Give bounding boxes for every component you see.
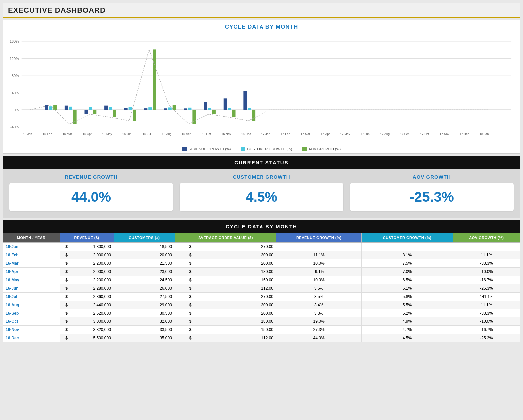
svg-rect-41 [113,110,116,117]
svg-text:80%: 80% [12,74,19,78]
cell-cust-growth: 8.1% [362,251,453,259]
page-wrapper: EXECUTIVE DASHBOARD CYCLE DATA BY MONTH … [0,0,523,345]
cell-rev-growth: 3.4% [276,301,362,309]
table-row: 16-Apr$2,000,00023,000$180.00-9.1%7.0%-1… [3,268,520,276]
cell-month: 16-Sep [3,309,60,317]
svg-rect-36 [248,108,251,110]
svg-text:16-Jun: 16-Jun [122,132,131,136]
cell-cust-growth: 6.1% [362,284,453,293]
legend-item-aov: AOV GROWTH (%) [302,147,341,151]
svg-rect-32 [168,107,172,110]
cell-month: 16-Jan [3,243,60,251]
cell-rev-growth: 19.0% [276,317,362,326]
cell-cust-growth [362,243,453,251]
col-header-cust-growth: CUSTOMER GROWTH (%) [362,233,453,243]
cell-cust-growth: 7.5% [362,259,453,268]
cell-aov: 200.00 [206,309,276,317]
cell-customers: 27,500 [114,293,175,301]
cell-rev-sign: $ [60,309,73,317]
legend-item-customer: CUSTOMER GROWTH (%) [241,147,292,151]
cell-rev-sign: $ [60,259,73,268]
cell-rev-sign: $ [60,326,73,334]
cell-month: 16-Oct [3,317,60,326]
legend-box-customer [241,147,245,151]
col-header-aov-growth: AOV GROWTH (%) [453,233,520,243]
svg-rect-26 [49,106,52,110]
col-header-rev-growth: REVENUE GROWTH (%) [276,233,362,243]
table-row: 16-Jan$1,800,00018,500$270.00 [3,243,520,251]
cell-aov-growth: -10.0% [453,268,520,276]
svg-rect-48 [252,110,255,121]
cell-customers: 29,000 [114,301,175,309]
cell-revenue: 2,440,000 [73,301,114,309]
cell-cust-growth: 5.2% [362,309,453,317]
cell-month: 16-Nov [3,326,60,334]
status-card-customer: CUSTOMER GROWTH 4.5% [180,174,343,211]
cell-aov-sign: $ [175,334,206,342]
current-status-header: CURRENT STATUS [3,156,520,169]
cell-cust-growth: 5.8% [362,293,453,301]
svg-rect-19 [144,108,147,110]
svg-text:16-Aug: 16-Aug [162,132,171,136]
customer-growth-label: CUSTOMER GROWTH [233,174,290,180]
svg-rect-28 [89,107,92,110]
cell-rev-sign: $ [60,284,73,293]
svg-text:16-Apr: 16-Apr [83,132,92,136]
dashboard-title: EXECUTIVE DASHBOARD [8,6,106,14]
svg-text:16-Sep: 16-Sep [182,132,191,136]
svg-text:16-Jul: 16-Jul [143,132,151,136]
status-card-revenue: REVENUE GROWTH 44.0% [9,174,173,211]
dashboard-header: EXECUTIVE DASHBOARD [3,3,520,18]
table-row: 16-Nov$3,820,00033,500$150.0027.3%4.7%-1… [3,326,520,334]
cell-aov-growth: -33.3% [453,309,520,317]
revenue-growth-label: REVENUE GROWTH [65,174,118,180]
cell-rev-sign: $ [60,276,73,284]
chart-area: 160% 120% 80% 40% 0% -40% [8,32,515,145]
legend-box-revenue [182,147,187,151]
cell-month: 16-Mar [3,259,60,268]
svg-rect-35 [228,108,231,110]
cell-rev-growth: 44.0% [276,334,362,342]
svg-text:16-Dec: 16-Dec [241,132,251,136]
svg-text:17-Dec: 17-Dec [460,132,469,136]
svg-rect-15 [65,106,68,110]
svg-text:17-Feb: 17-Feb [281,132,290,136]
chart-title: CYCLE DATA BY MONTH [8,24,515,30]
svg-rect-33 [188,108,191,110]
cell-customers: 30,500 [114,309,175,317]
cell-aov-growth: -16.7% [453,326,520,334]
svg-rect-29 [109,107,112,110]
cell-cust-growth: 5.5% [362,301,453,309]
table-row: 16-Mar$2,200,00021,500$200.0010.0%7.5%-3… [3,259,520,268]
svg-text:16-Mar: 16-Mar [63,132,72,136]
svg-rect-30 [129,107,132,110]
cell-rev-growth: 27.3% [276,326,362,334]
aov-growth-value: -25.3% [410,189,454,205]
cell-aov-growth: 141.1% [453,293,520,301]
cell-aov-growth: 11.1% [453,251,520,259]
cell-rev-sign: $ [60,334,73,342]
svg-rect-42 [133,110,136,121]
svg-text:0%: 0% [14,108,19,112]
cell-rev-sign: $ [60,243,73,251]
cell-aov-sign: $ [175,259,206,268]
svg-rect-17 [104,106,108,110]
cell-revenue: 3,820,000 [73,326,114,334]
cell-customers: 35,000 [114,334,175,342]
cell-revenue: 2,000,000 [73,251,114,259]
cell-aov: 180.00 [206,268,276,276]
legend-label-aov: AOV GROWTH (%) [309,147,341,151]
table-row: 16-Jun$2,280,00026,000$112.003.6%6.1%-25… [3,284,520,293]
cell-month: 16-May [3,276,60,284]
cell-customers: 33,500 [114,326,175,334]
cell-aov: 150.00 [206,276,276,284]
svg-rect-46 [212,110,216,114]
cell-cust-growth: 4.9% [362,317,453,326]
cell-aov-growth: -33.3% [453,259,520,268]
svg-rect-40 [93,110,96,114]
current-status-wrapper: CURRENT STATUS REVENUE GROWTH 44.0% CUST… [3,156,520,218]
svg-rect-16 [84,110,88,114]
chart-section: CYCLE DATA BY MONTH 160% 120% 80% 40% 0%… [3,20,520,154]
cell-aov: 180.00 [206,317,276,326]
svg-rect-22 [204,102,207,110]
